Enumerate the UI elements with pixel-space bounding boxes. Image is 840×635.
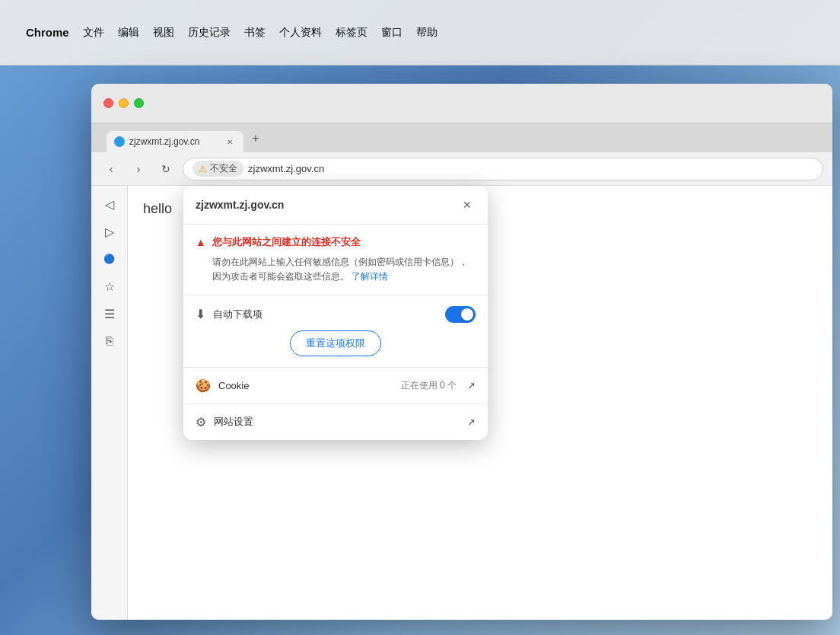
- auto-download-row: ⬇ 自动下载项: [196, 306, 476, 323]
- security-popup: zjzwxmt.zj.gov.cn ✕ ▲ 您与此网站之间建立的连接不安全 请勿…: [183, 186, 488, 440]
- menubar-history[interactable]: 历史记录: [188, 26, 231, 40]
- forward-button[interactable]: ›: [128, 158, 149, 180]
- menubar-profile[interactable]: 个人资料: [279, 26, 322, 40]
- maximize-window-button[interactable]: [134, 98, 144, 108]
- minimize-window-button[interactable]: [119, 98, 129, 108]
- url-display: zjzwxmt.zj.gov.cn: [248, 163, 324, 174]
- site-settings-label: 网站设置: [214, 415, 460, 429]
- security-warning-section: ▲ 您与此网站之间建立的连接不安全 请勿在此网站上输入任何敏感信息（例如密码或信…: [183, 225, 488, 295]
- sidebar-notes-icon[interactable]: ⎘: [97, 329, 122, 353]
- sidebar-reading-icon[interactable]: ☰: [97, 302, 122, 326]
- security-badge[interactable]: ⚠ 不安全: [192, 161, 243, 177]
- menubar-edit[interactable]: 编辑: [118, 26, 139, 40]
- browser-topbar: [91, 84, 832, 123]
- address-bar-row: ‹ › ↻ ⚠ 不安全 zjzwxmt.zj.gov.cn zjzwxmt.zj…: [91, 152, 832, 186]
- reset-permissions-button[interactable]: 重置这项权限: [290, 330, 381, 356]
- warning-triangle-icon: ⚠: [199, 164, 207, 174]
- warning-title-row: ▲ 您与此网站之间建立的连接不安全: [196, 235, 476, 249]
- menubar-tabs[interactable]: 标签页: [336, 26, 368, 40]
- refresh-button[interactable]: ↻: [155, 158, 177, 180]
- page-content-hello: hello: [143, 201, 172, 217]
- menubar-chrome[interactable]: Chrome: [26, 26, 69, 39]
- cookie-section[interactable]: 🍪 Cookie 正在使用 0 个 ↗: [183, 368, 488, 404]
- site-settings-section[interactable]: ⚙ 网站设置 ↗: [183, 404, 488, 440]
- learn-more-link[interactable]: 了解详情: [352, 271, 388, 282]
- sidebar-content-icon[interactable]: 🔵: [97, 247, 122, 271]
- back-button[interactable]: ‹: [100, 158, 122, 180]
- cookie-icon: 🍪: [196, 378, 211, 393]
- cookie-count: 正在使用 0 个: [401, 379, 457, 392]
- tab-bar: 🌐 zjzwxmt.zj.gov.cn ✕ +: [91, 123, 832, 152]
- warning-title-text: 您与此网站之间建立的连接不安全: [212, 235, 361, 249]
- menubar-view[interactable]: 视图: [153, 26, 174, 40]
- new-tab-button[interactable]: +: [245, 128, 266, 149]
- warning-body-text: 请勿在此网站上输入任何敏感信息（例如密码或信用卡信息），因为攻击者可能会盗取这些…: [212, 257, 468, 282]
- security-label: 不安全: [210, 162, 237, 175]
- popup-close-button[interactable]: ✕: [459, 196, 476, 213]
- auto-download-label: 自动下载项: [213, 308, 438, 321]
- sidebar-back-icon[interactable]: ◁: [97, 192, 122, 216]
- sidebar-forward-icon[interactable]: ▷: [97, 219, 122, 244]
- browser-window: 🌐 zjzwxmt.zj.gov.cn ✕ + ‹ › ↻ ⚠ 不安全 zjzw…: [91, 84, 832, 620]
- sidebar: ◁ ▷ 🔵 ☆ ☰ ⎘: [91, 186, 128, 620]
- address-bar[interactable]: ⚠ 不安全 zjzwxmt.zj.gov.cn zjzwxmt.zj.gov.c…: [183, 158, 823, 180]
- tab-title: zjzwxmt.zj.gov.cn: [129, 136, 219, 147]
- menubar-help[interactable]: 帮助: [416, 26, 438, 40]
- sidebar-bookmark-icon[interactable]: ☆: [97, 274, 122, 298]
- popup-title: zjzwxmt.zj.gov.cn: [196, 199, 284, 211]
- menubar-file[interactable]: 文件: [83, 26, 104, 40]
- cookie-external-link-icon[interactable]: ↗: [467, 380, 476, 391]
- auto-download-section: ⬇ 自动下载项 重置这项权限: [183, 295, 488, 368]
- site-settings-external-link-icon[interactable]: ↗: [467, 416, 476, 428]
- download-icon: ⬇: [196, 307, 205, 321]
- menubar-bookmarks[interactable]: 书签: [244, 26, 266, 40]
- gear-icon: ⚙: [196, 415, 206, 429]
- cookie-label: Cookie: [218, 380, 393, 391]
- popup-header: zjzwxmt.zj.gov.cn ✕: [183, 186, 488, 225]
- tab-close-button[interactable]: ✕: [224, 136, 236, 148]
- menubar-window[interactable]: 窗口: [381, 26, 402, 40]
- warning-body: 请勿在此网站上输入任何敏感信息（例如密码或信用卡信息），因为攻击者可能会盗取这些…: [212, 255, 476, 284]
- menubar: Chrome 文件 编辑 视图 历史记录 书签 个人资料 标签页 窗口 帮助: [0, 0, 840, 65]
- warning-icon: ▲: [196, 236, 206, 248]
- browser-tab[interactable]: 🌐 zjzwxmt.zj.gov.cn ✕: [107, 131, 243, 152]
- close-window-button[interactable]: [103, 98, 113, 108]
- tab-favicon: 🌐: [114, 136, 125, 147]
- toggle-thumb: [461, 308, 473, 321]
- traffic-lights: [103, 98, 144, 108]
- auto-download-toggle[interactable]: [445, 306, 476, 323]
